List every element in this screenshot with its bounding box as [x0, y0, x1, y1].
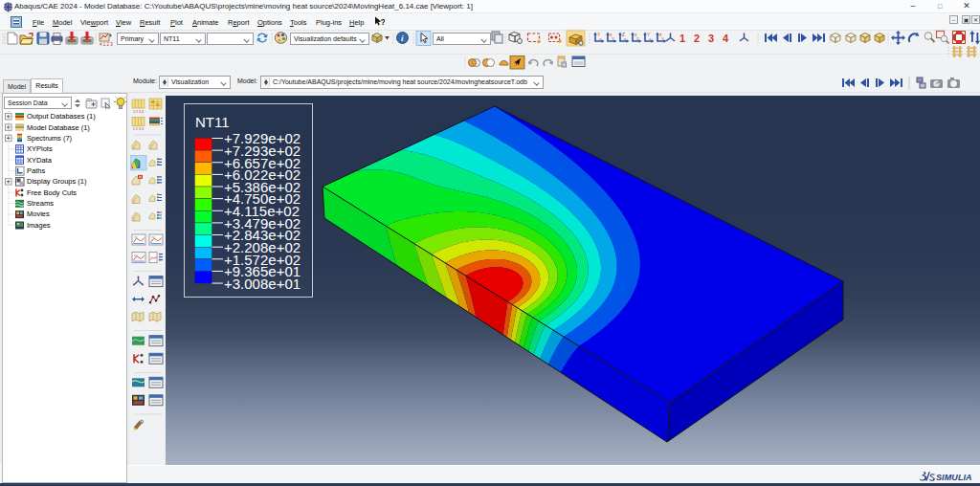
svg-text:Free Body Cuts: Free Body Cuts	[27, 188, 77, 197]
svg-text:1 2 3 4: 1 2 3 4	[133, 127, 144, 131]
svg-text:SIMULIA: SIMULIA	[936, 473, 972, 482]
svg-text:1: 1	[679, 33, 685, 44]
svg-text:Display Groups (1): Display Groups (1)	[27, 177, 87, 186]
svg-text:Y: Y	[612, 36, 614, 41]
svg-text:Streams: Streams	[27, 199, 54, 208]
svg-text:4 1 2 3: 4 1 2 3	[100, 42, 113, 47]
svg-text:1 2 3 4: 1 2 3 4	[133, 110, 144, 114]
svg-text:Output Databases (1): Output Databases (1)	[27, 112, 96, 121]
svg-text:Paths: Paths	[27, 166, 45, 175]
svg-text:z: z	[649, 36, 651, 41]
svg-text:XYData: XYData	[27, 156, 53, 165]
svg-text:3: 3	[708, 33, 714, 44]
svg-text:xy: xy	[151, 235, 155, 239]
svg-text:Y: Y	[661, 36, 664, 41]
svg-text:2: 2	[694, 33, 700, 44]
svg-text:Z: Z	[636, 36, 639, 41]
svg-text:Movies: Movies	[27, 210, 50, 218]
svg-text:4: 4	[723, 33, 729, 44]
svg-text:xy: xy	[134, 254, 138, 257]
svg-text:xy: xy	[134, 235, 138, 239]
svg-text:XYPlots: XYPlots	[27, 144, 53, 153]
svg-text:Images: Images	[27, 221, 51, 230]
svg-text:Model Database (1): Model Database (1)	[27, 123, 90, 132]
svg-text:Spectrums (7): Spectrums (7)	[27, 134, 73, 143]
